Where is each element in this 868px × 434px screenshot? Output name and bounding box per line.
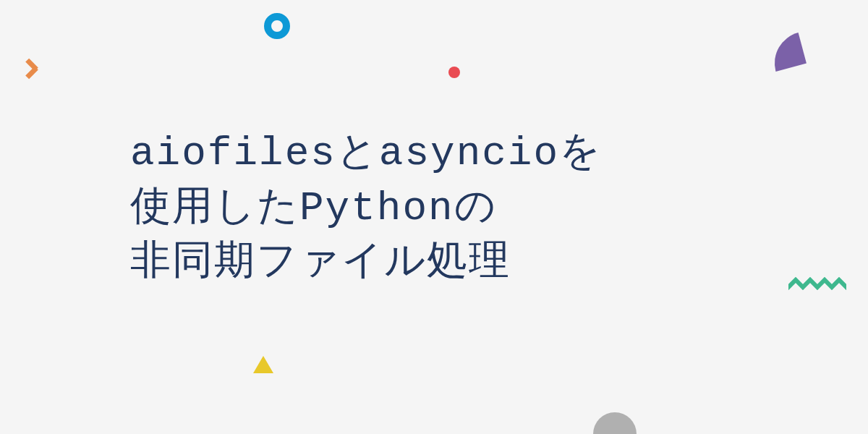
circle-outline-icon [264,13,290,39]
zigzag-icon [788,277,846,290]
title-line-3: 非同期ファイル処理 [130,239,511,286]
half-circle-icon [593,412,637,434]
red-dot-icon [448,67,460,78]
quarter-circle-icon [767,33,807,72]
page-title: aiofilesとasyncioを 使用したPythonの 非同期ファイル処理 [130,127,602,291]
title-line-1: aiofilesとasyncioを [130,130,602,176]
title-container: aiofilesとasyncioを 使用したPythonの 非同期ファイル処理 [130,127,602,291]
triangle-icon [253,356,273,373]
title-line-2: 使用したPythonの [130,185,497,231]
chevron-icon [25,59,38,78]
